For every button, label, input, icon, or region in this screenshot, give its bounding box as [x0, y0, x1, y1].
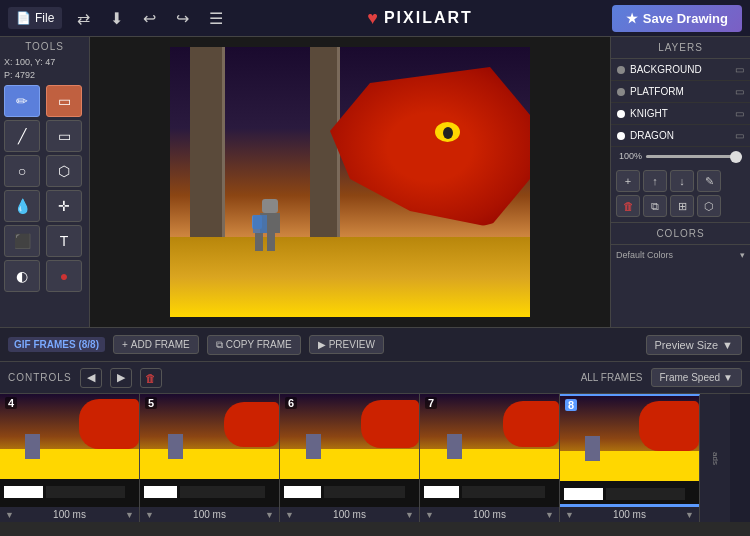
layer-knight-name: KNIGHT	[630, 108, 730, 119]
opacity-track[interactable]	[646, 155, 742, 158]
edit-layer-button[interactable]: ✎	[697, 170, 721, 192]
layer-dragon-vis: ▭	[735, 130, 744, 141]
eraser-tool[interactable]: ▭	[46, 85, 82, 117]
opacity-thumb[interactable]	[730, 151, 742, 163]
frame-6-next-arrow[interactable]: ▼	[405, 510, 414, 520]
preview-button[interactable]: ▶ PREVIEW	[309, 335, 384, 354]
frame-5-ms: 100 ms	[154, 509, 265, 520]
save-drawing-button[interactable]: ★ Save Drawing	[612, 5, 742, 32]
opacity-fill	[646, 155, 742, 158]
frame-7-next-arrow[interactable]: ▼	[545, 510, 554, 520]
preview-size-dropdown[interactable]: Preview Size ▼	[646, 335, 742, 355]
pixel-canvas[interactable]	[170, 47, 530, 317]
frame-6-thumb: 6	[280, 394, 419, 507]
main-area: TOOLS X: 100, Y: 47 P: 4792 ✏ ▭ ╱ ▭ ○ ⬡ …	[0, 37, 750, 327]
frame-7-footer: ▼ 100 ms ▼	[420, 507, 559, 522]
play-icon: ▶	[318, 339, 326, 350]
frame-8-next-arrow[interactable]: ▼	[685, 510, 694, 520]
add-frame-label: ADD FRAME	[131, 339, 190, 350]
layer-background[interactable]: BACKGROUND ▭	[611, 59, 750, 81]
layer-dot-dragon	[617, 132, 625, 140]
frame-8-footer: ▼ 100 ms ▼	[560, 507, 699, 522]
svg-rect-0	[262, 199, 278, 213]
all-frames-label: ALL FRAMES	[581, 372, 643, 383]
frame-5[interactable]: 5 ▼ 100 ms ▼	[140, 394, 280, 522]
frame-4-next-arrow[interactable]: ▼	[125, 510, 134, 520]
canvas-area[interactable]	[90, 37, 610, 327]
dragon-head	[330, 67, 530, 227]
frame-speed-button[interactable]: Frame Speed ▼	[651, 368, 743, 387]
frame-speed-arrow-icon: ▼	[723, 372, 733, 383]
menu-button[interactable]: ☰	[204, 7, 228, 30]
tools-grid: ✏ ▭ ╱ ▭ ○ ⬡ 💧 ✛ ⬛ T ◐ ●	[4, 85, 85, 292]
copy-frame-label: COPY FRAME	[226, 339, 292, 350]
preview-size-label: Preview Size	[655, 339, 719, 351]
delete-layer-button[interactable]: 🗑	[616, 195, 640, 217]
eyedrop-tool[interactable]: 💧	[4, 190, 40, 222]
frame-4-num: 4	[5, 397, 17, 409]
download-button[interactable]: ⬇	[105, 7, 128, 30]
frame-7-ms: 100 ms	[434, 509, 545, 520]
star-icon: ★	[626, 11, 638, 26]
prev-frame-button[interactable]: ◀	[80, 368, 102, 388]
pillar-right	[310, 47, 340, 257]
layers-label: LAYERS	[611, 37, 750, 59]
dragon-eye	[435, 122, 460, 142]
knight-figure	[250, 197, 290, 257]
frame-6[interactable]: 6 ▼ 100 ms ▼	[280, 394, 420, 522]
layer-platform[interactable]: PLATFORM ▭	[611, 81, 750, 103]
next-frame-button[interactable]: ▶	[110, 368, 132, 388]
layer-knight[interactable]: KNIGHT ▭	[611, 103, 750, 125]
frame-6-prev-arrow[interactable]: ▼	[285, 510, 294, 520]
tools-label: TOOLS	[4, 41, 85, 52]
frame-5-num: 5	[145, 397, 157, 409]
delete-frame-button[interactable]: 🗑	[140, 368, 162, 388]
frame-8[interactable]: 8 ▼ 100 ms ▼	[560, 394, 700, 522]
svg-rect-5	[253, 215, 267, 233]
colors-label: COLORS	[611, 223, 750, 245]
frame-4-thumb: 4	[0, 394, 139, 507]
shade-tool[interactable]: ◐	[4, 260, 40, 292]
move-tool[interactable]: ✛	[46, 190, 82, 222]
undo-button[interactable]: ↩	[138, 7, 161, 30]
color-palette-header: Default Colors ▾	[611, 245, 750, 265]
layer-option-button[interactable]: ⬡	[697, 195, 721, 217]
select-tool[interactable]: ▭	[46, 120, 82, 152]
frame-5-prev-arrow[interactable]: ▼	[145, 510, 154, 520]
frame-5-next-arrow[interactable]: ▼	[265, 510, 274, 520]
pattern-tool[interactable]: ⬛	[4, 225, 40, 257]
add-layer-button[interactable]: +	[616, 170, 640, 192]
redo-button[interactable]: ↪	[171, 7, 194, 30]
frame-4-prev-arrow[interactable]: ▼	[5, 510, 14, 520]
copy-frame-button[interactable]: ⧉ COPY FRAME	[207, 335, 301, 355]
layer-dragon-name: DRAGON	[630, 130, 730, 141]
move-layer-up-button[interactable]: ↑	[643, 170, 667, 192]
frame-7[interactable]: 7 ▼ 100 ms ▼	[420, 394, 560, 522]
frame-8-prev-arrow[interactable]: ▼	[565, 510, 574, 520]
frame-8-ms: 100 ms	[574, 509, 685, 520]
add-frame-button[interactable]: + ADD FRAME	[113, 335, 199, 354]
copy-icon: ⧉	[216, 339, 223, 351]
move-layer-down-button[interactable]: ↓	[670, 170, 694, 192]
pencil-tool[interactable]: ✏	[4, 85, 40, 117]
layer-background-name: BACKGROUND	[630, 64, 730, 75]
circle-tool[interactable]: ○	[4, 155, 40, 187]
share-button[interactable]: ⇄	[72, 7, 95, 30]
frame-4-footer: ▼ 100 ms ▼	[0, 507, 139, 522]
controls-label: CONTROLS	[8, 372, 72, 383]
duplicate-layer-button[interactable]: ⧉	[643, 195, 667, 217]
dot-tool[interactable]: ●	[46, 260, 82, 292]
text-tool[interactable]: T	[46, 225, 82, 257]
frame-6-footer: ▼ 100 ms ▼	[280, 507, 419, 522]
merge-layer-button[interactable]: ⊞	[670, 195, 694, 217]
file-menu-button[interactable]: 📄 File	[8, 7, 62, 29]
ads-panel: ads	[700, 394, 730, 522]
frame-7-prev-arrow[interactable]: ▼	[425, 510, 434, 520]
frame-4[interactable]: 4 ▼ 100 ms ▼	[0, 394, 140, 522]
frame-speed-label: Frame Speed	[660, 372, 721, 383]
fill-tool[interactable]: ⬡	[46, 155, 82, 187]
frames-row: 4 ▼ 100 ms ▼ 5	[0, 394, 750, 522]
layer-dragon[interactable]: DRAGON ▭	[611, 125, 750, 147]
line-tool[interactable]: ╱	[4, 120, 40, 152]
right-panel: LAYERS BACKGROUND ▭ PLATFORM ▭ KNIGHT ▭ …	[610, 37, 750, 327]
